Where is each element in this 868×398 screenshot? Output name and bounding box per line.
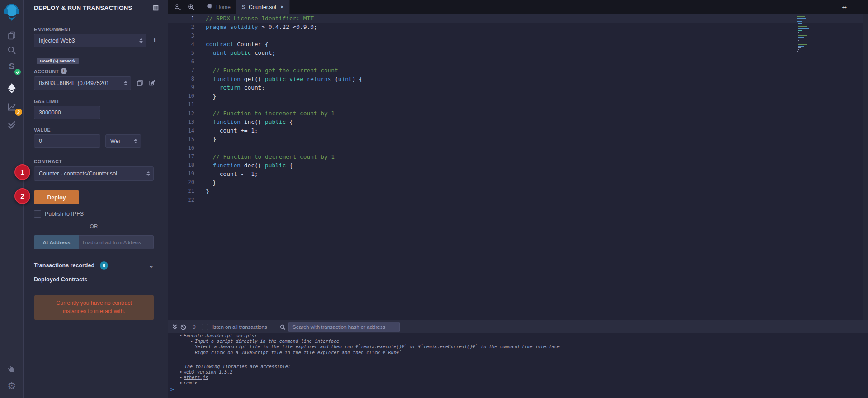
line-number: 14 bbox=[168, 128, 194, 134]
line-number: 21 bbox=[168, 188, 194, 194]
value-unit-select[interactable]: Wei bbox=[105, 134, 141, 148]
line-number: 2 bbox=[168, 24, 194, 30]
at-address-input[interactable] bbox=[79, 235, 154, 249]
terminal-line: •Execute JavaScript scripts: bbox=[168, 333, 868, 339]
minimap-line bbox=[797, 51, 825, 52]
terminal-link[interactable]: ethers.js bbox=[184, 375, 208, 380]
annotation-badge-1: 1 bbox=[14, 164, 30, 180]
publish-ipfs-checkbox[interactable] bbox=[34, 210, 41, 218]
add-account-icon[interactable]: + bbox=[61, 68, 67, 74]
terminal-link[interactable]: web3 version 1.5.2 bbox=[184, 370, 232, 374]
code-line: 20 } bbox=[168, 178, 868, 187]
line-number: 7 bbox=[168, 67, 194, 73]
at-address-button[interactable]: At Address bbox=[34, 235, 79, 249]
editor-minimap[interactable] bbox=[797, 16, 825, 55]
environment-select[interactable]: Injected Web3 bbox=[34, 34, 146, 47]
code-line: 3 bbox=[168, 31, 868, 40]
code-line: 9 return count; bbox=[168, 83, 868, 92]
gas-limit-input[interactable] bbox=[34, 106, 100, 119]
contract-select[interactable]: Counter - contracts/Counter.sol bbox=[34, 166, 154, 181]
code-lines: 1// SPDX-License-Identifier: MIT2pragma … bbox=[168, 14, 868, 204]
terminal-line: -Input a script directly in the command … bbox=[168, 339, 868, 344]
line-number: 20 bbox=[168, 179, 194, 185]
code-line: 6 bbox=[168, 57, 868, 66]
line-number: 1 bbox=[168, 15, 194, 22]
main-area: Home S Counter.sol ✕ ↔ 1// SPDX-License-… bbox=[168, 0, 868, 398]
terminal-prompt[interactable]: > bbox=[170, 387, 174, 392]
line-number: 15 bbox=[168, 136, 194, 142]
transactions-collapse-icon[interactable]: ⌄ bbox=[149, 262, 154, 269]
publish-ipfs-label: Publish to IPFS bbox=[45, 211, 84, 217]
minimap-line bbox=[797, 33, 825, 34]
minimap-line bbox=[797, 39, 825, 40]
listen-all-checkbox[interactable] bbox=[202, 324, 208, 330]
zoom-out-icon[interactable] bbox=[171, 0, 184, 14]
plugin-manager-icon[interactable] bbox=[0, 363, 24, 377]
minimap-line bbox=[797, 46, 825, 47]
remix-logo-icon[interactable] bbox=[2, 3, 22, 23]
edit-account-icon[interactable] bbox=[148, 79, 155, 88]
minimap-line bbox=[797, 23, 825, 24]
network-badge: Goerli (5) network bbox=[37, 58, 79, 64]
minimap-line bbox=[797, 16, 825, 17]
terminal-tx-count: 0 bbox=[193, 320, 196, 334]
line-number: 18 bbox=[168, 162, 194, 168]
resize-horizontal-icon[interactable]: ↔ bbox=[841, 2, 848, 10]
environment-info-icon[interactable]: i bbox=[154, 37, 156, 44]
documentation-book-icon[interactable] bbox=[153, 5, 159, 13]
terminal-output: •Execute JavaScript scripts:-Input a scr… bbox=[168, 333, 868, 398]
settings-gear-icon[interactable]: ⚙ bbox=[0, 378, 24, 393]
editor-tabbar: Home S Counter.sol ✕ ↔ bbox=[168, 0, 868, 14]
line-number: 5 bbox=[168, 50, 194, 56]
select-stepper-icon bbox=[134, 139, 137, 143]
minimap-line bbox=[797, 53, 825, 54]
unit-testing-icon[interactable] bbox=[0, 118, 24, 132]
minimap-line bbox=[797, 35, 825, 36]
terminal-line: •ethers.js bbox=[168, 375, 868, 380]
minimap-line bbox=[797, 49, 825, 50]
minimap-line bbox=[797, 26, 825, 27]
line-number: 12 bbox=[168, 110, 194, 117]
account-select[interactable]: 0x6B3...6864E (0.04975201 bbox=[34, 76, 131, 90]
or-divider: OR bbox=[34, 223, 154, 230]
contract-label: CONTRACT bbox=[34, 159, 62, 164]
minimap-line bbox=[797, 40, 825, 41]
search-icon[interactable] bbox=[0, 43, 24, 57]
terminal-search-icon bbox=[280, 320, 286, 334]
tab-home-label: Home bbox=[216, 4, 231, 10]
tab-home[interactable]: Home bbox=[201, 0, 236, 14]
line-number: 6 bbox=[168, 58, 194, 65]
value-label: VALUE bbox=[34, 127, 51, 133]
minimap-line bbox=[797, 18, 825, 19]
tab-close-icon[interactable]: ✕ bbox=[280, 5, 284, 9]
select-stepper-icon bbox=[124, 81, 127, 85]
deploy-run-icon[interactable] bbox=[0, 81, 24, 95]
line-number: 3 bbox=[168, 33, 194, 39]
environment-label: ENVIRONMENT bbox=[34, 27, 71, 32]
code-editor[interactable]: 1// SPDX-License-Identifier: MIT2pragma … bbox=[168, 14, 868, 320]
solidity-compiler-icon[interactable]: S bbox=[0, 59, 24, 74]
deployed-contracts-label: Deployed Contracts bbox=[34, 276, 87, 283]
tab-counter-sol[interactable]: S Counter.sol ✕ bbox=[236, 0, 290, 14]
file-explorer-icon[interactable] bbox=[0, 28, 24, 43]
code-line: 4contract Counter { bbox=[168, 40, 868, 48]
select-stepper-icon bbox=[139, 38, 143, 43]
annotation-badge-2: 2 bbox=[14, 188, 30, 204]
zoom-in-icon[interactable] bbox=[184, 0, 198, 14]
analysis-count-badge: 2 bbox=[15, 109, 22, 116]
clear-console-icon[interactable] bbox=[180, 320, 186, 334]
terminal-collapse-icon[interactable] bbox=[172, 320, 178, 334]
value-input[interactable] bbox=[34, 134, 100, 148]
page-title: DEPLOY & RUN TRANSACTIONS bbox=[34, 5, 132, 11]
deploy-button[interactable]: Deploy bbox=[34, 190, 79, 204]
code-line: 8 function get() public view returns (ui… bbox=[168, 75, 868, 83]
home-tab-icon bbox=[207, 3, 213, 11]
account-label: ACCOUNT bbox=[34, 69, 59, 74]
analysis-chart-icon[interactable]: 2 bbox=[0, 100, 24, 114]
editor-scrollbar[interactable] bbox=[863, 14, 868, 320]
copy-account-icon[interactable] bbox=[137, 79, 143, 88]
code-line: 12 // Function to increment count by 1 bbox=[168, 109, 868, 118]
line-number: 22 bbox=[168, 197, 194, 203]
terminal-search-input[interactable] bbox=[288, 322, 400, 332]
code-line: 15 } bbox=[168, 135, 868, 143]
